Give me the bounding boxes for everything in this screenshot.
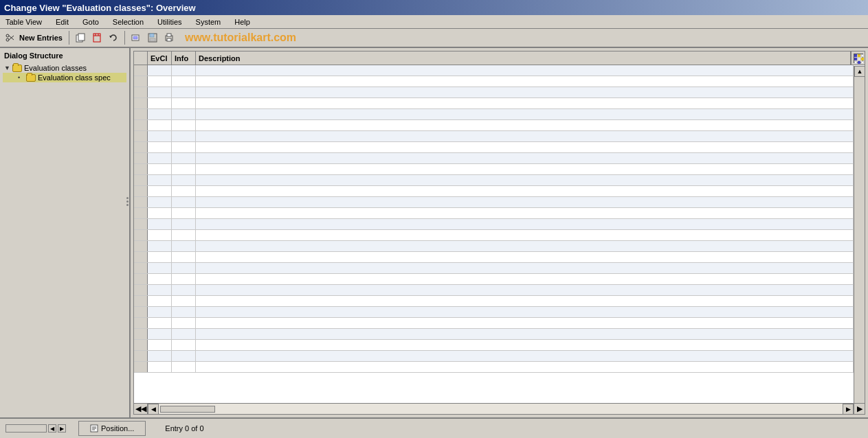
- td-info: [172, 98, 196, 108]
- svg-marker-10: [109, 36, 112, 38]
- table-vscroll: ▲ ▼: [854, 66, 865, 415]
- row-number: [134, 98, 148, 108]
- toolbar-btn-1[interactable]: [73, 30, 88, 45]
- td-desc: [196, 329, 854, 339]
- table-row[interactable]: [134, 76, 854, 87]
- svg-point-1: [6, 38, 9, 41]
- table-row[interactable]: [134, 351, 854, 362]
- panel-drag-handle[interactable]: [126, 196, 129, 207]
- table-row[interactable]: [134, 175, 854, 186]
- table-row[interactable]: [134, 142, 854, 153]
- table-row[interactable]: [134, 318, 854, 329]
- table-row[interactable]: [134, 285, 854, 296]
- hscroll-left-btn[interactable]: ◀: [148, 404, 159, 415]
- table-header: EvCl Info Description: [134, 51, 865, 65]
- td-desc: [196, 351, 854, 361]
- row-number: [134, 76, 148, 87]
- col-settings-btn[interactable]: [851, 51, 865, 65]
- row-number: [134, 142, 148, 152]
- td-evcl: [148, 153, 172, 163]
- table-row[interactable]: [134, 219, 854, 230]
- table-row[interactable]: [134, 252, 854, 263]
- td-evcl: [148, 65, 172, 76]
- table-row[interactable]: [134, 186, 854, 197]
- watermark-text: www.tutorialkart.com: [185, 32, 296, 44]
- table-row[interactable]: [134, 307, 854, 318]
- td-info: [172, 219, 196, 229]
- table-row[interactable]: [134, 241, 854, 252]
- tree-expander-2[interactable]: •: [18, 74, 25, 81]
- row-number: [134, 197, 148, 207]
- table-row[interactable]: [134, 131, 854, 142]
- table-row[interactable]: [134, 120, 854, 131]
- row-number: [134, 351, 148, 361]
- td-desc: [196, 274, 854, 284]
- td-evcl: [148, 76, 172, 87]
- bottom-scroll-right[interactable]: ▶: [58, 424, 66, 433]
- table-row[interactable]: [134, 153, 854, 164]
- tree-expander-1[interactable]: ▼: [4, 65, 11, 71]
- position-button[interactable]: Position...: [78, 421, 146, 436]
- menu-goto[interactable]: Goto: [80, 17, 102, 27]
- td-evcl: [148, 87, 172, 97]
- row-number: [134, 318, 148, 328]
- table-row[interactable]: [134, 197, 854, 208]
- td-evcl: [148, 340, 172, 350]
- tree-item-evaluation-class-spec[interactable]: • Evaluation class spec: [3, 73, 126, 82]
- toolbar-btn-save[interactable]: [145, 30, 160, 45]
- td-evcl: [148, 230, 172, 240]
- table-rows-container: [134, 65, 865, 373]
- hscroll-far-left-btn[interactable]: ◀◀: [134, 404, 148, 414]
- toolbar-btn-extra[interactable]: [162, 30, 177, 45]
- scissors-icon-btn[interactable]: [3, 30, 18, 45]
- table-row[interactable]: [134, 340, 854, 351]
- td-info: [172, 274, 196, 284]
- td-desc: [196, 208, 854, 218]
- table-row[interactable]: [134, 263, 854, 274]
- menu-edit[interactable]: Edit: [53, 17, 71, 27]
- td-desc: [196, 65, 854, 76]
- folder-icon-1: [12, 64, 22, 72]
- toolbar-sep-1: [69, 31, 69, 45]
- table-row[interactable]: [134, 98, 854, 109]
- td-desc: [196, 296, 854, 306]
- table-row[interactable]: [134, 274, 854, 285]
- scroll-up-btn[interactable]: ▲: [854, 66, 865, 77]
- svg-rect-6: [93, 34, 100, 42]
- table-row[interactable]: [134, 296, 854, 307]
- bottom-scroll-left[interactable]: ◀: [48, 424, 56, 433]
- hscroll-thumb[interactable]: [160, 406, 215, 413]
- menu-help[interactable]: Help: [232, 17, 253, 27]
- col-header-info: Info: [172, 51, 196, 65]
- menu-table-view[interactable]: Table View: [3, 17, 45, 27]
- menu-system[interactable]: System: [193, 17, 224, 27]
- td-info: [172, 263, 196, 273]
- table-row[interactable]: [134, 65, 854, 76]
- hscroll-far-right-btn[interactable]: ▶: [854, 404, 865, 414]
- table-row[interactable]: [134, 329, 854, 340]
- table-row[interactable]: [134, 109, 854, 120]
- folder-icon-2: [26, 73, 36, 82]
- td-info: [172, 197, 196, 207]
- td-info: [172, 340, 196, 350]
- menu-selection[interactable]: Selection: [110, 17, 146, 27]
- td-evcl: [148, 219, 172, 229]
- td-evcl: [148, 285, 172, 295]
- row-number: [134, 274, 148, 284]
- table-row[interactable]: [134, 230, 854, 241]
- td-evcl: [148, 296, 172, 306]
- toolbar-btn-undo[interactable]: [106, 30, 121, 45]
- td-desc: [196, 186, 854, 196]
- tree-item-evaluation-classes[interactable]: ▼ Evaluation classes: [3, 63, 126, 73]
- table-row[interactable]: [134, 87, 854, 98]
- toolbar-btn-delete[interactable]: [89, 30, 104, 45]
- toolbar-btn-transport[interactable]: [129, 30, 144, 45]
- table-row[interactable]: [134, 164, 854, 175]
- table-row[interactable]: [134, 362, 854, 373]
- td-desc: [196, 109, 854, 119]
- scroll-track-v: [854, 77, 865, 415]
- hscroll-right-btn[interactable]: ▶: [843, 404, 854, 415]
- menu-utilities[interactable]: Utilities: [155, 17, 184, 27]
- table-row[interactable]: [134, 208, 854, 219]
- td-evcl: [148, 164, 172, 174]
